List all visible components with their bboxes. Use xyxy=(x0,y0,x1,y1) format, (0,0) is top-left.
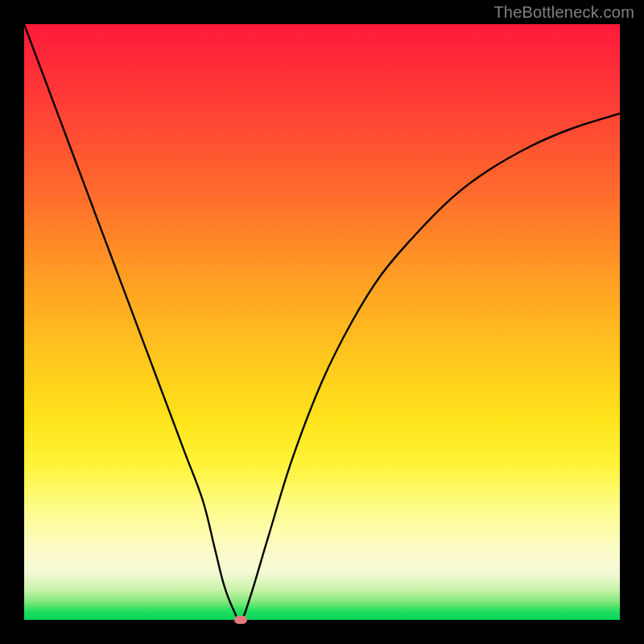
plot-area xyxy=(24,24,620,620)
watermark-text: TheBottleneck.com xyxy=(493,3,634,22)
bottleneck-curve xyxy=(24,24,620,620)
minimum-marker xyxy=(234,616,247,624)
curve-svg xyxy=(24,24,620,620)
chart-frame: TheBottleneck.com xyxy=(0,0,644,644)
